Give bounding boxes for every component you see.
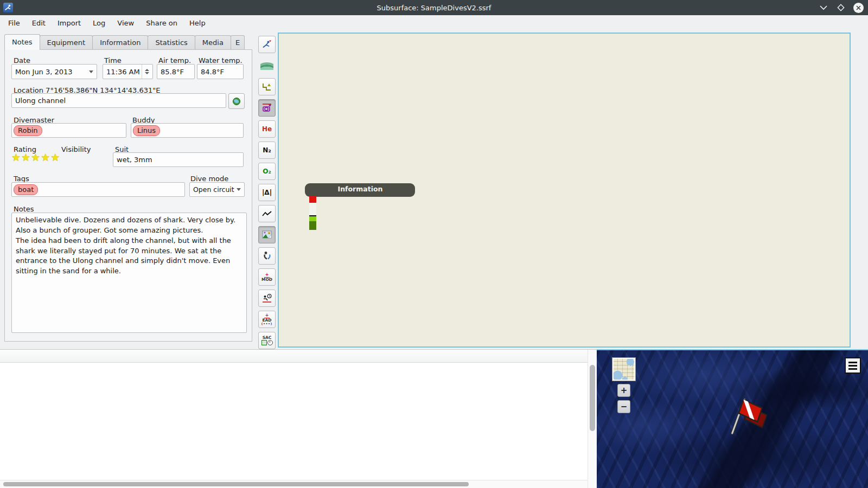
location-field[interactable]: Ulong channel: [11, 93, 226, 108]
grid-icon: [261, 340, 267, 345]
ruler-label: |Δ|: [262, 189, 272, 196]
maximize-button[interactable]: [836, 3, 846, 12]
tag-boat[interactable]: boat: [14, 184, 38, 195]
star-filled-icon[interactable]: ★: [41, 151, 50, 163]
o2-graph-toggle[interactable]: O₂: [258, 163, 276, 180]
menu-log[interactable]: Log: [87, 17, 111, 29]
n2-graph-toggle[interactable]: N₂: [258, 142, 276, 159]
dive-list-rows: [0, 362, 588, 480]
buddy-tag[interactable]: Linus: [133, 125, 160, 136]
info-box-title: Information: [310, 185, 411, 193]
star-filled-icon[interactable]: ★: [21, 151, 31, 163]
ead-dots-label: (•••): [261, 323, 273, 326]
scrollbar-handle[interactable]: [3, 482, 469, 486]
info-box-mini-profile-icon: [309, 196, 316, 230]
profile-info-box: Information: [305, 183, 415, 197]
star-filled-icon[interactable]: ★: [50, 151, 60, 163]
location-value: Ulong channel: [15, 97, 66, 105]
map-overview-thumbnail[interactable]: [612, 357, 636, 381]
map-panel[interactable]: + −: [597, 349, 868, 488]
time-label: Time: [104, 56, 122, 65]
globe-icon: [232, 97, 241, 106]
he-graph-toggle[interactable]: He: [258, 120, 276, 138]
menubar: FileEditImportLogViewShare onHelp: [0, 15, 868, 31]
mod-label: MOD: [261, 278, 272, 282]
clock-icon: [267, 340, 273, 345]
dive-list-horizontal-scrollbar[interactable]: [0, 480, 588, 488]
tags-label: Tags: [14, 175, 29, 183]
map-zoom-in-button[interactable]: +: [617, 384, 630, 397]
date-combobox[interactable]: Mon Jun 3, 2013: [11, 64, 97, 79]
ead-toggle[interactable]: +EAD(•••): [258, 311, 276, 328]
tab-statistics[interactable]: Statistics: [148, 35, 195, 50]
rating-stars[interactable]: ★★★★★: [11, 152, 60, 163]
tank-bar-toggle[interactable]: [258, 247, 276, 265]
dive-site-flag-marker[interactable]: [724, 393, 773, 441]
tab-media[interactable]: Media: [195, 35, 231, 50]
dive-mode-combobox[interactable]: Open circuit: [189, 182, 245, 197]
divemaster-tag[interactable]: Robin: [14, 125, 42, 136]
tab-information[interactable]: Information: [92, 35, 148, 50]
spinner-arrows-icon[interactable]: [142, 65, 149, 79]
dive-list: [0, 349, 597, 488]
time-spinbox[interactable]: 11:36 AM: [103, 64, 153, 79]
close-button[interactable]: [853, 3, 864, 13]
menu-file[interactable]: File: [2, 17, 26, 29]
sac-label: SAC: [263, 336, 272, 340]
water-temp-value: 84.8°F: [201, 68, 224, 76]
hamburger-icon: [848, 362, 857, 363]
air-temp-label: Air temp.: [158, 56, 191, 65]
ruler-toggle[interactable]: |Δ|: [258, 184, 276, 201]
map-globe-button[interactable]: [228, 93, 245, 109]
menu-help[interactable]: Help: [183, 17, 212, 29]
deco-ndl-toggle[interactable]: [258, 290, 276, 307]
date-label: Date: [14, 56, 30, 65]
suit-value: wet, 3mm: [117, 156, 152, 164]
notes-tab-content: Date Mon Jun 3, 2013 Time 11:36 AM Air t…: [4, 49, 252, 342]
air-temp-value: 85.8°F: [161, 68, 184, 76]
suit-field[interactable]: wet, 3mm: [113, 152, 244, 167]
divemaster-field[interactable]: Robin: [11, 123, 126, 138]
tab-e[interactable]: E: [231, 35, 245, 50]
dive-mode-toggle-icon[interactable]: [258, 36, 276, 53]
o2-label: O₂: [263, 168, 271, 175]
notes-textarea[interactable]: Unbelievable dive. Dozens and dozens of …: [11, 213, 247, 333]
photos-toggle[interactable]: [258, 226, 276, 243]
date-value: Mon Jun 3, 2013: [15, 68, 73, 76]
dc-ceiling-icon[interactable]: [258, 99, 276, 117]
menu-import[interactable]: Import: [52, 17, 87, 29]
calculated-ceiling-icon[interactable]: [258, 78, 276, 95]
n2-label: N₂: [263, 146, 271, 154]
sac-toggle[interactable]: SAC: [258, 332, 276, 349]
tab-equipment[interactable]: Equipment: [40, 35, 93, 50]
menu-view[interactable]: View: [111, 17, 140, 29]
heart-rate-toggle[interactable]: [258, 205, 276, 222]
tabbar: NotesEquipmentInformationStatisticsMedia…: [4, 35, 252, 50]
visibility-label: Visibility: [61, 145, 91, 153]
tags-field[interactable]: boat: [11, 182, 185, 197]
mod-toggle[interactable]: +MOD: [258, 268, 276, 286]
scrollbar-handle[interactable]: [590, 365, 595, 431]
dive-list-header: [0, 350, 597, 363]
ceiling-waves-icon[interactable]: [258, 57, 276, 74]
buddy-field[interactable]: Linus: [131, 123, 244, 138]
tab-notes[interactable]: Notes: [4, 34, 40, 50]
chevron-down-icon: [89, 70, 93, 73]
star-filled-icon[interactable]: ★: [31, 151, 41, 163]
water-temp-field[interactable]: 84.8°F: [197, 64, 244, 79]
dive-mode-label: Dive mode: [190, 175, 228, 183]
menu-edit[interactable]: Edit: [26, 17, 52, 29]
dive-notes-panel: NotesEquipmentInformationStatisticsMedia…: [4, 35, 252, 342]
dive-list-vertical-scrollbar[interactable]: [588, 350, 597, 488]
profile-toolbar: He N₂ O₂ |Δ| +MOD +EAD(•••) SAC: [255, 34, 279, 347]
map-zoom-out-button[interactable]: −: [617, 400, 630, 413]
dive-profile-chart[interactable]: Information: [278, 33, 851, 348]
air-temp-field[interactable]: 85.8°F: [157, 64, 195, 79]
menu-share-on[interactable]: Share on: [140, 17, 183, 29]
map-menu-button[interactable]: [845, 357, 861, 374]
titlebar: Subsurface: SampleDivesV2.ssrf: [0, 0, 868, 15]
star-filled-icon[interactable]: ★: [11, 151, 21, 163]
time-value: 11:36 AM: [106, 68, 140, 76]
water-temp-label: Water temp.: [199, 56, 242, 65]
minimize-button[interactable]: [819, 3, 828, 12]
